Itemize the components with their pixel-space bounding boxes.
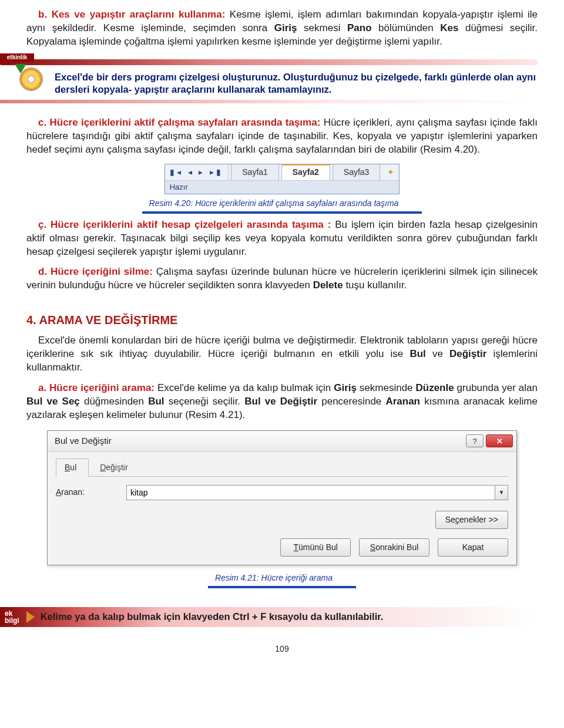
etkinlik-text: Excel'de bir ders programı çizelgesi olu… (55, 65, 538, 96)
status-bar: Hazır (165, 180, 400, 194)
find-all-button[interactable]: Tümünü Bul (280, 538, 351, 557)
paragraph-b: b. Kes ve yapıştır araçlarını kullanma: … (26, 8, 538, 49)
search-input[interactable] (126, 485, 495, 500)
gradient-bar-2 (0, 100, 538, 103)
caption-4-21: Resim 4.21: Hücre içeriği arama (208, 570, 356, 588)
ek-bilgi-block: ekbilgi Kelime ya da kalıp bulmak için k… (0, 607, 538, 627)
ek-bilgi-tag: ekbilgi (0, 608, 24, 626)
paragraph-c: c. Hücre içeriklerini aktif çalışma sayf… (26, 116, 538, 157)
lead-cc: ç. Hücre içeriklerini aktif hesap çizelg… (38, 219, 331, 230)
sheet-tab-3[interactable]: Sayfa3 (333, 164, 381, 180)
search-row: Aranan: ▼ (56, 485, 508, 500)
paragraph-d: d. Hücre içeriğini silme: Çalışma sayfas… (26, 265, 538, 292)
figure-4-20: ▮◂ ◂ ▸ ▸▮ Sayfa1 Sayfa2 Sayfa3 ✦ Hazır R… (26, 164, 538, 214)
new-sheet-icon[interactable]: ✦ (382, 164, 399, 180)
dialog-title: Bul ve Değiştir (55, 435, 464, 447)
section-4-heading: 4. ARAMA VE DEĞİŞTİRME (26, 312, 538, 328)
tab-find[interactable]: Bul (56, 459, 89, 477)
paragraph-a2: a. Hücre içeriğini arama: Excel'de kelim… (26, 382, 538, 422)
sheet-tab-1[interactable]: Sayfa1 (231, 164, 279, 180)
search-label: Aranan: (56, 487, 126, 498)
sheet-nav-buttons[interactable]: ▮◂ ◂ ▸ ▸▮ (165, 164, 229, 180)
sheet-tab-2[interactable]: Sayfa2 (281, 164, 330, 180)
dialog-titlebar[interactable]: Bul ve Değiştir ? ✕ (48, 431, 516, 452)
lead-a2: a. Hücre içeriğini arama: (38, 382, 155, 393)
gradient-bar (0, 59, 538, 65)
chevron-right-icon (26, 611, 35, 623)
cd-icon (15, 64, 44, 93)
close-button[interactable]: ✕ (486, 434, 513, 447)
dialog-button-row: Tümünü Bul Sonrakini Bul Kapat (56, 538, 508, 557)
ek-bilgi-text: Kelime ya da kalıp bulmak için klavyeden… (41, 610, 384, 623)
etkinlik-tag: etkinlik (0, 53, 34, 62)
figure-4-21: Bul ve Değiştir ? ✕ Bul Değiştir Aranan:… (47, 430, 517, 588)
section-4-intro: Excel'de önemli konulardan biri de hücre… (26, 334, 538, 375)
tab-replace[interactable]: Değiştir (91, 459, 140, 476)
etkinlik-block: etkinlik Excel'de bir ders programı çize… (26, 59, 538, 103)
sheet-tab-bar: ▮◂ ◂ ▸ ▸▮ Sayfa1 Sayfa2 Sayfa3 ✦ Hazır (164, 164, 400, 194)
lead-c: c. Hücre içeriklerini aktif çalışma sayf… (38, 117, 320, 128)
find-next-button[interactable]: Sonrakini Bul (359, 538, 429, 557)
lead-b: b. Kes ve yapıştır araçlarını kullanma: (38, 9, 225, 20)
dropdown-arrow-icon[interactable]: ▼ (495, 485, 508, 500)
page-number: 109 (26, 643, 538, 655)
caption-4-20: Resim 4.20: Hücre içeriklerini aktif çal… (142, 196, 422, 214)
close-dialog-button[interactable]: Kapat (438, 538, 508, 557)
dialog-tabs: Bul Değiştir (56, 458, 508, 477)
paragraph-cc: ç. Hücre içeriklerini aktif hesap çizelg… (26, 218, 538, 259)
options-button[interactable]: Seçenekler >> (435, 511, 508, 529)
help-button[interactable]: ? (466, 434, 484, 447)
lead-d: d. Hücre içeriğini silme: (38, 266, 153, 277)
find-replace-dialog: Bul ve Değiştir ? ✕ Bul Değiştir Aranan:… (47, 430, 517, 565)
